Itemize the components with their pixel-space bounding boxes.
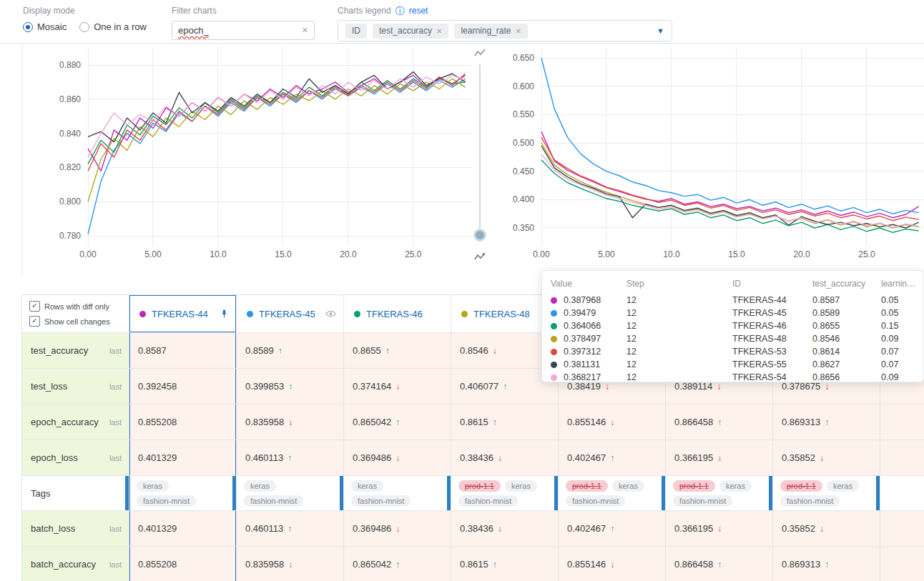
metric-value: 0.8615	[460, 417, 488, 427]
tooltip-learning-rate: 0.15	[881, 321, 923, 331]
pin-icon[interactable]	[220, 309, 229, 319]
aggregation-badge: last	[109, 560, 122, 569]
legend-field-select[interactable]: ID test_accuracy ✕ learning_rate ✕ ▼	[338, 20, 672, 41]
radio-one-in-a-row[interactable]: One in a row	[79, 21, 147, 32]
run-color-dot	[139, 311, 146, 317]
metric-cell: 0.401329	[129, 511, 237, 547]
tags-scrollbar[interactable]	[662, 476, 665, 510]
run-column-header[interactable]: TFKERAS-46	[344, 295, 451, 333]
charts-legend-label: Charts legend	[338, 6, 391, 16]
table-option[interactable]: ✓Rows with diff only	[29, 301, 109, 312]
metric-cell: 0.369486↓	[344, 511, 451, 547]
filter-charts-group: Filter charts epoch_ ✕	[172, 6, 315, 40]
metric-value: 0.38419	[567, 381, 601, 392]
run-name: TFKERAS-48	[473, 309, 530, 319]
tags-scrollbar[interactable]	[125, 476, 129, 510]
tooltip-value: 0.387968	[564, 295, 626, 305]
remove-chip-icon[interactable]: ✕	[516, 27, 521, 35]
series-color-dot	[551, 349, 557, 355]
run-column-header[interactable]: TFKERAS-44	[129, 295, 237, 333]
metric-cell: 0.38436↓	[451, 440, 559, 476]
info-icon[interactable]: ⓘ	[395, 6, 405, 16]
metric-cell: 0.855146↓	[559, 547, 666, 581]
smoothing-icon[interactable]	[473, 250, 486, 263]
legend-chip-id[interactable]: ID	[345, 24, 367, 39]
trend-up-icon: ↑	[287, 453, 292, 463]
slider-track[interactable]	[479, 64, 481, 237]
metric-value: 0.866458	[674, 559, 713, 570]
metric-cell: 0.8589↑	[237, 333, 344, 369]
tooltip-row: 0.38113112TFKERAS-550.86270.07	[551, 358, 923, 371]
tooltip-value: 0.364066	[564, 321, 626, 331]
trend-tool-icon[interactable]	[473, 47, 486, 60]
svg-text:0.450: 0.450	[513, 167, 534, 177]
svg-text:0.780: 0.780	[59, 231, 81, 241]
filter-charts-input[interactable]: epoch_ ✕	[172, 21, 315, 40]
tags-scrollbar[interactable]	[447, 476, 451, 510]
tooltip-learning-rate: 0.09	[881, 334, 923, 344]
trend-down-icon: ↓	[498, 453, 502, 463]
row-label: Tags	[31, 488, 50, 499]
tags-scrollbar[interactable]	[876, 476, 880, 510]
tags-scrollbar[interactable]	[554, 476, 558, 510]
tooltip-step: 12	[626, 347, 664, 357]
series-color-dot	[551, 362, 557, 368]
radio-mosaic[interactable]: Mosaic	[23, 21, 67, 32]
svg-text:0.350: 0.350	[513, 223, 534, 233]
run-column-header[interactable]: TFKERAS-45	[237, 295, 344, 333]
tooltip-test-accuracy: 0.8587	[812, 295, 881, 305]
slider-handle[interactable]	[473, 229, 486, 242]
svg-text:0.500: 0.500	[513, 138, 534, 148]
svg-text:20.0: 20.0	[793, 249, 810, 259]
table-row: batch_losslast0.4013290.460113↑0.369486↓…	[22, 511, 924, 547]
clear-filter-icon[interactable]: ✕	[302, 26, 308, 35]
metric-cell: 0.35852↓	[773, 440, 880, 476]
row-label-cell: test_accuracylast	[22, 333, 129, 369]
remove-chip-icon[interactable]: ✕	[436, 27, 442, 35]
tag-chip: keras	[137, 480, 169, 492]
metric-value: 0.865042	[353, 559, 391, 570]
aggregation-badge: last	[109, 454, 122, 462]
metric-cell: 0.392458	[129, 369, 237, 404]
trend-up-icon: ↑	[503, 382, 507, 392]
series-color-dot	[551, 374, 557, 381]
eye-icon[interactable]	[325, 310, 336, 317]
chip-label: test_accuracy	[379, 26, 432, 36]
legend-chip-test-accuracy[interactable]: test_accuracy ✕	[373, 24, 448, 39]
epoch-loss-chart[interactable]: 0.3500.4000.4500.5000.5500.6000.6500.005…	[495, 44, 924, 272]
tags-scrollbar[interactable]	[769, 476, 772, 510]
legend-chip-learning-rate[interactable]: learning_rate ✕	[454, 24, 527, 39]
metric-cell: 0.35852↓	[773, 511, 880, 547]
metric-value: 0.866458	[674, 417, 713, 427]
chart-scale-slider	[469, 44, 491, 280]
run-color-dot	[354, 311, 360, 317]
chevron-down-icon[interactable]: ▼	[657, 26, 664, 35]
row-label: epoch_loss	[31, 452, 78, 463]
metric-cell: 0.8655↑	[344, 333, 451, 369]
metric-value: 0.855208	[138, 559, 177, 570]
trend-down-icon: ↓	[717, 382, 721, 392]
reset-link[interactable]: reset	[409, 6, 428, 16]
metric-cell: 0.865042↑	[344, 547, 451, 581]
svg-text:0.550: 0.550	[513, 109, 534, 119]
svg-text:25.0: 25.0	[405, 249, 422, 259]
tooltip-row: 0.37849712TFKERAS-480.85460.09	[551, 332, 923, 345]
epoch-accuracy-chart[interactable]: 0.7800.8000.8200.8400.8600.8800.005.0010…	[21, 44, 472, 272]
tags-scrollbar[interactable]	[340, 476, 343, 510]
tooltip-learning-rate: 0.07	[881, 347, 923, 357]
trend-up-icon: ↑	[610, 453, 614, 463]
tooltip-rows: 0.38796812TFKERAS-440.85870.050.3947912T…	[551, 294, 923, 382]
table-option[interactable]: ✓Show cell changes	[29, 316, 110, 327]
tag-chip: keras	[827, 480, 859, 492]
trend-up-icon: ↑	[825, 560, 829, 570]
filter-value: epoch_	[178, 25, 209, 36]
display-mode-label: Display mode	[23, 6, 147, 16]
tags-cell: prod-1.1kerasfashion-mnist	[559, 476, 666, 511]
trend-down-icon: ↓	[610, 417, 614, 427]
svg-text:0.400: 0.400	[513, 194, 534, 204]
tags-scrollbar[interactable]	[232, 476, 236, 510]
tooltip-learning-rate: 0.09	[881, 372, 923, 382]
row-label-cell: epoch_accuracylast	[22, 404, 129, 440]
tag-chip: fashion-mnist	[780, 495, 840, 507]
trend-up-icon: ↑	[717, 417, 722, 427]
